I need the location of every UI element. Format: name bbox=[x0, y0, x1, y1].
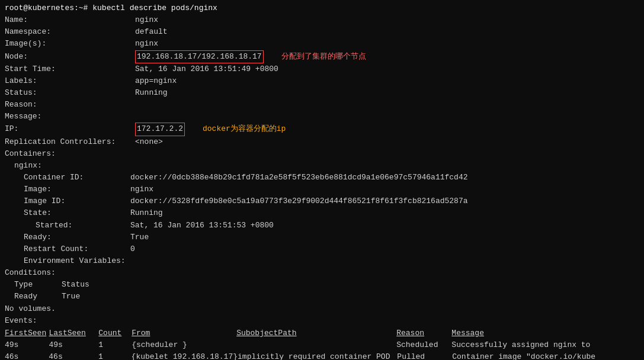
col-from-header: From bbox=[132, 327, 236, 339]
col-count-header: Count bbox=[98, 327, 132, 339]
container-field-image: Image:nginx bbox=[24, 184, 639, 195]
events-row-2: 46s 46s 1 {kubelet 192.168.18.17} implic… bbox=[5, 351, 639, 360]
command-line: root@kubernetes:~# kubectl describe pods… bbox=[5, 2, 639, 14]
container-field-envvars: Environment Variables: bbox=[24, 255, 639, 267]
col-subobjectpath-header: SubobjectPath bbox=[236, 327, 396, 339]
conditions-row-ready: ReadyTrue bbox=[14, 291, 639, 303]
field-reason: Reason: bbox=[5, 99, 639, 111]
terminal-window: root@kubernetes:~# kubectl describe pods… bbox=[0, 0, 644, 360]
container-field-imageid: Image ID:docker://5328fdfe9b8e0c5a19a077… bbox=[24, 195, 639, 207]
node-value: 192.168.18.17/192.168.18.17 bbox=[135, 50, 264, 63]
field-status: Status:Running bbox=[5, 87, 639, 99]
container-field-ready: Ready:True bbox=[24, 232, 639, 243]
field-labels: Labels:app=nginx bbox=[5, 75, 639, 87]
events-row-1: 49s 49s 1 {scheduler } Scheduled Success… bbox=[5, 339, 639, 351]
field-namespace: Namespace:default bbox=[5, 26, 639, 38]
field-ip: IP:172.17.2.2docker为容器分配的ip bbox=[5, 123, 639, 136]
container-field-id: Container ID:docker://0dcb388e48b29c1fd7… bbox=[24, 172, 639, 184]
col-firstseen-header: FirstSeen bbox=[5, 327, 49, 339]
command: kubectl describe pods/nginx bbox=[88, 2, 217, 14]
container-field-started: Started:Sat, 16 Jan 2016 13:51:53 +0800 bbox=[36, 220, 639, 232]
prompt: root@kubernetes:~# bbox=[5, 2, 88, 14]
container-field-state: State:Running bbox=[24, 207, 639, 219]
no-volumes: No volumes. bbox=[5, 303, 639, 315]
ip-annotation: docker为容器分配的ip bbox=[203, 123, 286, 135]
field-rc: Replication Controllers:<none> bbox=[5, 136, 639, 148]
ip-value: 172.17.2.2 bbox=[135, 123, 185, 136]
container-field-restartcount: Restart Count:0 bbox=[24, 243, 639, 255]
col-lastseen-header: LastSeen bbox=[49, 327, 99, 339]
conditions-col-headers: TypeStatus bbox=[14, 279, 639, 291]
events-header: Events: bbox=[5, 315, 639, 327]
field-images: Image(s):nginx bbox=[5, 38, 639, 50]
field-name: Name:nginx bbox=[5, 14, 639, 26]
field-message: Message: bbox=[5, 111, 639, 123]
col-message-header: Message bbox=[451, 327, 639, 339]
field-starttime: Start Time:Sat, 16 Jan 2016 13:51:49 +08… bbox=[5, 63, 639, 75]
conditions-header: Conditions: bbox=[5, 267, 639, 279]
field-containers-header: Containers: bbox=[5, 148, 639, 160]
events-col-headers: FirstSeen LastSeen Count From SubobjectP… bbox=[5, 327, 639, 339]
node-annotation: 分配到了集群的哪个节点 bbox=[281, 51, 366, 63]
container-name: nginx: bbox=[14, 160, 639, 172]
field-node: Node:192.168.18.17/192.168.18.17分配到了集群的哪… bbox=[5, 50, 639, 63]
col-reason-header: Reason bbox=[396, 327, 451, 339]
